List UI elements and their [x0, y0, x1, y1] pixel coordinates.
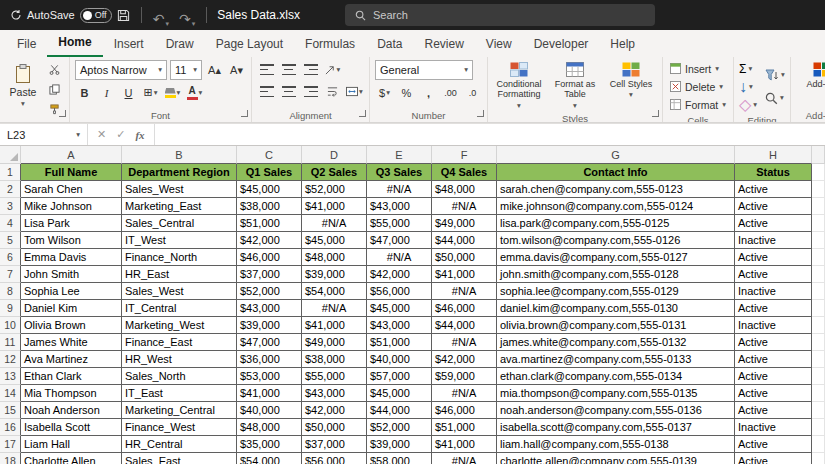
cell-E18[interactable]: $58,000: [367, 453, 432, 464]
cell-B3[interactable]: Marketing_East: [122, 198, 237, 215]
cell-H13[interactable]: Active: [735, 368, 812, 385]
align-center-button[interactable]: [279, 82, 298, 101]
cell-D18[interactable]: $56,000: [302, 453, 367, 464]
cell-H1[interactable]: Status: [735, 164, 812, 181]
tab-page-layout[interactable]: Page Layout: [205, 32, 294, 57]
cell-H8[interactable]: Inactive: [735, 283, 812, 300]
italic-button[interactable]: I: [97, 83, 116, 102]
cell-B13[interactable]: Sales_North: [122, 368, 237, 385]
cell-B8[interactable]: Sales_West: [122, 283, 237, 300]
cell-E9[interactable]: $45,000: [367, 300, 432, 317]
cell-F5[interactable]: $44,000: [432, 232, 497, 249]
tab-view[interactable]: View: [475, 32, 523, 57]
column-header-F[interactable]: F: [432, 146, 497, 164]
cell-G6[interactable]: emma.davis@company.com,555-0127: [497, 249, 735, 266]
formula-input[interactable]: [155, 124, 825, 145]
row-header-17[interactable]: 17: [0, 436, 21, 453]
cell-F17[interactable]: $41,000: [432, 436, 497, 453]
cell-H16[interactable]: Inactive: [735, 419, 812, 436]
row-header-6[interactable]: 6: [0, 249, 21, 266]
cell-F15[interactable]: $46,000: [432, 402, 497, 419]
row-header-2[interactable]: 2: [0, 181, 21, 198]
merge-center-button[interactable]: ▾: [345, 82, 364, 101]
cell-B18[interactable]: Sales_East: [122, 453, 237, 464]
cell-F2[interactable]: $48,000: [432, 181, 497, 198]
cell-C16[interactable]: $48,000: [237, 419, 302, 436]
cell-H2[interactable]: Active: [735, 181, 812, 198]
cell-G17[interactable]: liam.hall@company.com,555-0138: [497, 436, 735, 453]
row-header-14[interactable]: 14: [0, 385, 21, 402]
cell-C15[interactable]: $40,000: [237, 402, 302, 419]
cell-D10[interactable]: $41,000: [302, 317, 367, 334]
cell-B7[interactable]: HR_East: [122, 266, 237, 283]
cell-G18[interactable]: charlotte.allen@company.com,555-0139: [497, 453, 735, 464]
cell-C7[interactable]: $37,000: [237, 266, 302, 283]
cell-F11[interactable]: #N/A: [432, 334, 497, 351]
insert-cells-button[interactable]: Insert ▾: [668, 60, 728, 77]
tab-insert[interactable]: Insert: [103, 32, 155, 57]
cell-G4[interactable]: lisa.park@company.com,555-0125: [497, 215, 735, 232]
align-right-button[interactable]: [301, 82, 320, 101]
cell-H5[interactable]: Inactive: [735, 232, 812, 249]
row-header-5[interactable]: 5: [0, 232, 21, 249]
alignment-dialog-launcher[interactable]: [359, 110, 366, 117]
cell-A18[interactable]: Charlotte Allen: [21, 453, 122, 464]
borders-button[interactable]: ⊞ ▾: [141, 83, 160, 102]
cell-C8[interactable]: $52,000: [237, 283, 302, 300]
row-header-1[interactable]: 1: [0, 164, 21, 181]
cell-D14[interactable]: $43,000: [302, 385, 367, 402]
cell-G14[interactable]: mia.thompson@company.com,555-0135: [497, 385, 735, 402]
cell-D6[interactable]: $48,000: [302, 249, 367, 266]
cell-E3[interactable]: $43,000: [367, 198, 432, 215]
percent-style-button[interactable]: %: [397, 83, 416, 102]
row-header-4[interactable]: 4: [0, 215, 21, 232]
cell-A3[interactable]: Mike Johnson: [21, 198, 122, 215]
cell-H17[interactable]: Active: [735, 436, 812, 453]
cell-C11[interactable]: $47,000: [237, 334, 302, 351]
cell-B15[interactable]: Marketing_Central: [122, 402, 237, 419]
cell-A15[interactable]: Noah Anderson: [21, 402, 122, 419]
column-header-E[interactable]: E: [367, 146, 432, 164]
delete-cells-button[interactable]: Delete ▾: [668, 78, 728, 95]
row-header-12[interactable]: 12: [0, 351, 21, 368]
redo-button[interactable]: ↷ ▾: [174, 3, 200, 27]
cell-D12[interactable]: $38,000: [302, 351, 367, 368]
cell-D8[interactable]: $54,000: [302, 283, 367, 300]
cell-H15[interactable]: Active: [735, 402, 812, 419]
cell-D17[interactable]: $37,000: [302, 436, 367, 453]
cell-D1[interactable]: Q2 Sales: [302, 164, 367, 181]
cell-C12[interactable]: $36,000: [237, 351, 302, 368]
increase-decimal-button[interactable]: .00: [441, 83, 460, 102]
tab-home[interactable]: Home: [47, 30, 102, 57]
cell-B16[interactable]: Finance_West: [122, 419, 237, 436]
tab-data[interactable]: Data: [366, 32, 413, 57]
row-header-9[interactable]: 9: [0, 300, 21, 317]
cell-E10[interactable]: $43,000: [367, 317, 432, 334]
cell-H9[interactable]: Active: [735, 300, 812, 317]
cell-A13[interactable]: Ethan Clark: [21, 368, 122, 385]
cell-E6[interactable]: #N/A: [367, 249, 432, 266]
cell-D15[interactable]: $42,000: [302, 402, 367, 419]
cell-A5[interactable]: Tom Wilson: [21, 232, 122, 249]
cell-G15[interactable]: noah.anderson@company.com,555-0136: [497, 402, 735, 419]
conditional-formatting-button[interactable]: Conditional Formatting ▾: [493, 60, 545, 111]
cell-F6[interactable]: $50,000: [432, 249, 497, 266]
align-middle-button[interactable]: [279, 60, 298, 79]
tab-formulas[interactable]: Formulas: [294, 32, 366, 57]
font-dialog-launcher[interactable]: [241, 110, 248, 117]
column-header-D[interactable]: D: [302, 146, 367, 164]
cell-F7[interactable]: $41,000: [432, 266, 497, 283]
cell-B5[interactable]: IT_West: [122, 232, 237, 249]
cell-E8[interactable]: $56,000: [367, 283, 432, 300]
font-size-select[interactable]: 11 ▾: [170, 60, 202, 80]
confirm-entry-button[interactable]: ✓: [116, 128, 125, 141]
format-as-table-button[interactable]: Format as Table ▾: [549, 60, 601, 111]
align-left-button[interactable]: [257, 82, 276, 101]
align-bottom-button[interactable]: [301, 60, 320, 79]
wrap-text-button[interactable]: [323, 82, 342, 101]
row-header-18[interactable]: 18: [0, 453, 21, 464]
name-box[interactable]: L23 ▾: [0, 124, 88, 145]
cell-G3[interactable]: mike.johnson@company.com,555-0124: [497, 198, 735, 215]
comma-style-button[interactable]: ,: [419, 83, 438, 102]
cell-H4[interactable]: Active: [735, 215, 812, 232]
